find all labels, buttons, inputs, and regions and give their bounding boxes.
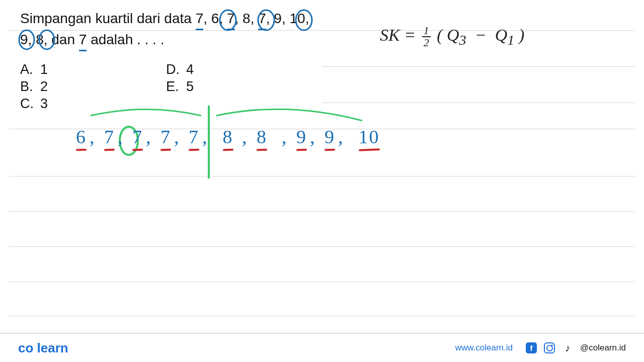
option-d-label: D. — [166, 61, 186, 78]
data-val-3: 8 — [243, 9, 251, 28]
footer-bar: co learn www.colearn.id f ♪ @colearn.id — [0, 333, 644, 362]
sorted-5: 8 — [223, 126, 233, 148]
data-val-7: 9 — [20, 30, 28, 49]
sorted-1: 7 — [104, 126, 115, 148]
formula-eq: = — [404, 26, 416, 44]
logo-learn: learn — [37, 340, 68, 355]
data-val-0: 7 — [196, 9, 204, 30]
sorted-data-row: 6, 7, 7, 7, 7, 8 , 8 , 9, 9, 10 — [73, 126, 383, 148]
option-c-label: C. — [20, 96, 40, 113]
sorted-7: 9 — [296, 126, 307, 148]
data-val-8: 8 — [36, 30, 44, 49]
sorted-9: 10 — [359, 126, 380, 148]
question-text: Simpangan kuartil dari data 7, 6, 7, 8, … — [20, 9, 322, 51]
option-e: 5 — [186, 79, 194, 94]
data-val-1: 6 — [211, 9, 219, 28]
option-a-label: A. — [20, 61, 40, 78]
answer-options: A.1 D.4 B.2 E.5 C.3 — [20, 61, 194, 112]
tiktok-icon[interactable]: ♪ — [562, 342, 573, 353]
logo-dot-icon — [33, 340, 37, 355]
logo-co: co — [18, 340, 33, 355]
sorted-8: 9 — [325, 126, 335, 148]
data-val-5: 9 — [274, 9, 282, 28]
formula-open: ( — [437, 26, 442, 44]
green-arc-right-icon — [216, 109, 362, 121]
instagram-icon[interactable] — [544, 342, 555, 353]
footer-url[interactable]: www.colearn.id — [455, 343, 513, 353]
sorted-0: 6 — [76, 126, 87, 148]
brand-logo: co learn — [18, 340, 68, 356]
facebook-icon[interactable]: f — [526, 342, 537, 353]
data-val-4: 7 — [258, 9, 266, 30]
sorted-4: 7 — [189, 126, 199, 148]
data-val-last: 7 — [79, 30, 87, 51]
option-b: 2 — [40, 79, 48, 94]
data-val-6: 10 — [290, 9, 305, 28]
option-b-label: B. — [20, 78, 40, 96]
formula-q3: Q3 — [447, 26, 466, 44]
question-prefix: Simpangan kuartil dari data — [20, 11, 196, 26]
option-a: 1 — [40, 62, 48, 77]
question-suffix: adalah . . . . — [91, 32, 164, 47]
option-e-label: E. — [166, 78, 186, 96]
option-d: 4 — [186, 62, 194, 77]
formula-minus: − — [475, 26, 487, 44]
formula-q1: Q1 — [495, 26, 515, 44]
formula-lhs: SK — [380, 26, 400, 44]
data-val-2: 7 — [227, 9, 235, 30]
question-dan: dan — [51, 32, 79, 47]
option-c: 3 — [40, 96, 48, 111]
formula-fraction: 1 2 — [422, 25, 431, 48]
handwriting-overlay — [0, 0, 644, 362]
footer-handle[interactable]: @colearn.id — [580, 343, 626, 353]
formula-close: ) — [519, 26, 524, 44]
ruled-background — [0, 0, 644, 362]
footer-right: www.colearn.id f ♪ @colearn.id — [455, 342, 626, 353]
formula-sk: SK = 1 2 ( Q3 − Q1 ) — [380, 25, 524, 48]
sorted-3: 7 — [160, 126, 171, 148]
sorted-2: 7 — [132, 126, 143, 148]
sorted-6: 8 — [257, 126, 267, 148]
